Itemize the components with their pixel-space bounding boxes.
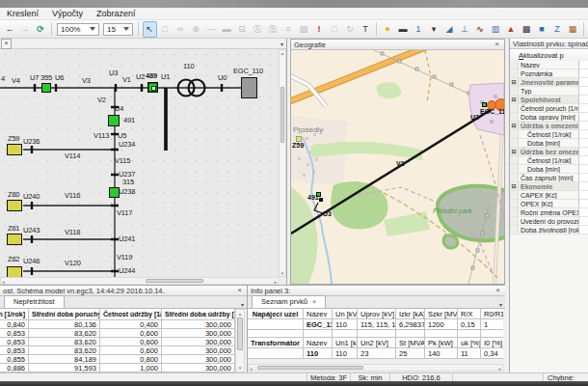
property-row[interactable]: ⊟Spolehlivost (510, 96, 588, 104)
report-button[interactable]: ▲ (504, 21, 519, 38)
schematic-node-EGC_110[interactable] (241, 77, 257, 98)
property-row[interactable]: Doba [min] (510, 165, 588, 174)
source-button[interactable]: ⊗ (189, 21, 203, 38)
map-marker[interactable] (482, 102, 487, 107)
zoom-select[interactable]: 100% (57, 23, 99, 36)
schematic-node-315[interactable] (109, 187, 120, 198)
menu-item-výpočty[interactable]: Výpočty (45, 9, 90, 18)
phase-button[interactable]: ∿ (473, 21, 488, 38)
rotate-button[interactable]: ↻ (343, 21, 358, 38)
property-row[interactable]: ⊟Ekonomie (510, 182, 588, 191)
map-canvas[interactable]: ProsedlyZ59EGC_110U2V1491U3Přírodní park (291, 50, 504, 284)
scroll-right-icon[interactable]: ▸ (498, 366, 501, 372)
property-value[interactable] (578, 61, 588, 69)
property-value[interactable] (578, 182, 588, 190)
property-value[interactable] (578, 217, 588, 225)
property-value[interactable] (578, 165, 588, 173)
property-value[interactable] (578, 139, 588, 147)
bars-button[interactable]: ▥ (489, 21, 503, 38)
menu-item-zobrazení[interactable]: Zobrazení (90, 9, 143, 18)
property-value[interactable] (578, 174, 588, 181)
pointer-button[interactable]: ↖ (143, 21, 157, 38)
schematic-node-491[interactable] (108, 115, 120, 126)
note-button[interactable]: ■ (535, 21, 549, 38)
column-header[interactable]: Střední doba údržby [min] (162, 309, 235, 320)
property-row[interactable]: Četnost [1/rok] (510, 156, 588, 165)
table-row[interactable]: TransformátorNázevUn1 [kV]Un2 [kV]St [MV… (248, 338, 503, 348)
label-a-button[interactable]: Ⓐ (251, 21, 265, 38)
chart2-button[interactable]: ▩ (520, 21, 534, 38)
property-row[interactable]: Doba životnosti [rok] (510, 226, 588, 234)
close-icon[interactable]: × (235, 287, 244, 294)
property-value[interactable] (578, 130, 588, 138)
scroll-down-icon[interactable]: ▾ (280, 270, 285, 276)
scroll-down-icon[interactable]: ▾ (236, 365, 244, 371)
forward-button[interactable]: → (18, 21, 33, 38)
property-row[interactable]: Roční změna OPEX [%] (510, 208, 588, 217)
tab-element-list[interactable]: Seznam prvků × (252, 295, 326, 308)
refresh-button[interactable]: ⟳ (34, 21, 48, 38)
close-icon[interactable]: × (493, 41, 501, 48)
warning-button[interactable]: ! (312, 21, 327, 38)
horizontal-scrollbar[interactable]: ◂ ▸ (248, 364, 503, 372)
property-value[interactable] (578, 96, 588, 103)
table-row[interactable]: Napájecí uzelNázevUn [kV]Uprov [kV]Izkr … (248, 309, 503, 319)
property-row[interactable]: ⊟Údržba bez omezení dist. (510, 148, 588, 156)
map-marker[interactable] (319, 198, 323, 202)
frame-button[interactable]: □ (328, 21, 342, 38)
table-row[interactable]: EGC_110110115, 115, 1156,2983712000,151 (248, 319, 503, 330)
property-value[interactable] (578, 226, 588, 234)
property-value[interactable] (578, 87, 588, 95)
back-button[interactable]: ← (3, 21, 17, 38)
property-value[interactable] (578, 191, 588, 199)
column-header[interactable]: Četnost údržby [1/rok] (100, 309, 162, 320)
table-row[interactable]: 0,88691,5931,000300,000 (0, 364, 235, 372)
vertical-scrollbar[interactable]: ▴ ▾ (235, 309, 245, 372)
collapse-icon[interactable]: ⊟ (510, 148, 519, 155)
transformer-button[interactable]: ∞ (174, 21, 188, 38)
property-value[interactable] (578, 208, 588, 216)
switch-button[interactable]: ⊟ (235, 21, 250, 38)
table-row[interactable]: 0,84080,1360,400300,000 (0, 320, 235, 329)
scrollbar-thumb[interactable] (146, 279, 203, 283)
property-value[interactable] (578, 113, 588, 121)
load2-button[interactable]: ▬ (396, 21, 411, 38)
close-icon[interactable]: × (1, 39, 12, 49)
schematic-node-489[interactable] (147, 82, 158, 93)
ground-button[interactable]: ⊥ (458, 21, 472, 38)
tab-menu-icon[interactable]: ▾ (499, 301, 502, 308)
line-button[interactable]: — (204, 21, 219, 38)
one-button[interactable]: 1 (412, 21, 426, 38)
collapse-icon[interactable]: ⊟ (510, 96, 519, 103)
property-value[interactable] (578, 200, 588, 207)
table-button[interactable]: ▦ (566, 21, 580, 38)
tab-continuity[interactable]: Nepřetržitost (4, 295, 65, 308)
tab-close-icon[interactable]: × (312, 296, 316, 308)
property-row[interactable]: ⊟Jmenovité parametry (510, 78, 588, 87)
property-row[interactable]: Uvedení do provozu [rok] (510, 217, 588, 226)
property-row[interactable]: Doba opravy [min] (510, 113, 588, 122)
grid-size-select[interactable]: 15 (103, 23, 133, 36)
column-header[interactable]: Četnost poruch [1/rok] (0, 309, 29, 320)
schematic-node-Z59[interactable] (7, 144, 22, 155)
property-value[interactable] (578, 122, 588, 129)
horizontal-scrollbar[interactable]: ◂ ▸ (0, 277, 279, 285)
scroll-up-icon[interactable]: ▴ (236, 311, 244, 317)
load-button[interactable]: ▬ (220, 21, 234, 38)
scroll-up-icon[interactable]: ▴ (280, 50, 285, 56)
schematic-node-Z61[interactable] (7, 234, 22, 245)
schematic-node-Z60[interactable] (7, 200, 22, 211)
scrollbar-thumb[interactable] (281, 87, 284, 143)
property-value[interactable] (578, 156, 588, 164)
column-header[interactable]: Střední doba poruchy [min] (29, 309, 100, 320)
property-value[interactable] (578, 104, 588, 112)
table-row[interactable]: 0,85383,6200,600300,000 (0, 338, 235, 346)
list-button[interactable]: ≡ (281, 21, 296, 38)
schematic-node-355[interactable] (41, 83, 51, 93)
table-row[interactable] (248, 330, 503, 338)
property-row[interactable]: Typ (510, 87, 588, 96)
vertical-scrollbar[interactable]: ▴ ▾ (279, 49, 286, 277)
one-menu-button[interactable]: ▾ (427, 21, 441, 38)
property-row[interactable]: CAPEX [Kč] (510, 191, 588, 200)
bulb-button[interactable]: ● (381, 21, 395, 38)
